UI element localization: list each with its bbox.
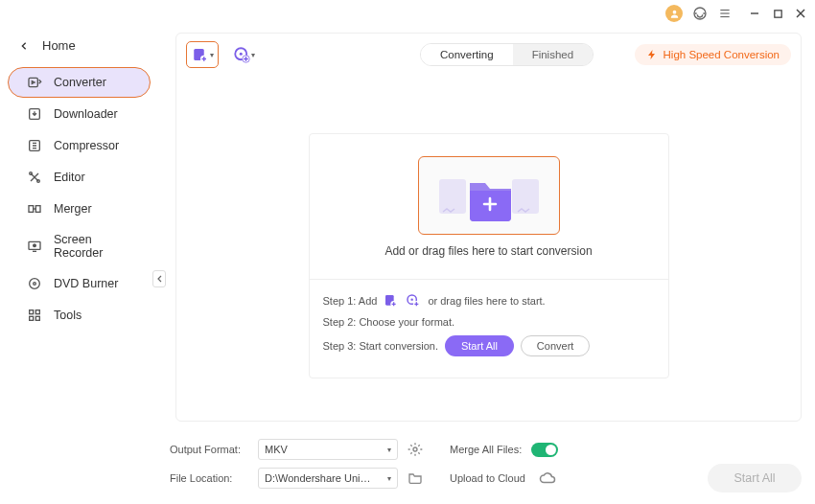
svg-point-27 bbox=[239, 53, 242, 56]
sidebar-item-merger[interactable]: Merger bbox=[8, 194, 151, 224]
maximize-button[interactable] bbox=[771, 7, 784, 20]
sidebar-item-label: Editor bbox=[54, 171, 85, 184]
merger-icon bbox=[27, 201, 42, 217]
sidebar-item-converter[interactable]: Converter bbox=[8, 67, 151, 98]
chevron-down-icon: ▾ bbox=[251, 51, 255, 59]
sidebar-item-label: Downloader bbox=[54, 107, 118, 121]
sidebar-item-editor[interactable]: Editor bbox=[8, 162, 151, 193]
sidebar-item-label: Compressor bbox=[54, 139, 119, 152]
settings-icon[interactable] bbox=[408, 442, 423, 457]
svg-point-0 bbox=[672, 10, 676, 13]
file-location-select[interactable]: D:\Wondershare UniConverter 1 ▾ bbox=[258, 468, 398, 489]
step-2: Step 2: Choose your format. bbox=[323, 316, 655, 328]
sidebar-item-downloader[interactable]: Downloader bbox=[8, 99, 151, 129]
add-folder-box[interactable] bbox=[418, 156, 560, 235]
output-format-select[interactable]: MKV ▾ bbox=[258, 439, 398, 460]
converter-panel: ▾ ▾ Converting Finished High Speed Conve… bbox=[175, 33, 802, 422]
chevron-down-icon: ▾ bbox=[387, 446, 391, 454]
svg-point-36 bbox=[413, 447, 417, 451]
start-all-button[interactable]: Start All bbox=[708, 464, 802, 493]
bolt-icon bbox=[646, 49, 658, 60]
drop-text: Add or drag files here to start conversi… bbox=[384, 244, 592, 258]
svg-point-19 bbox=[34, 283, 36, 286]
sidebar-item-label: Merger bbox=[54, 202, 92, 216]
minimize-button[interactable] bbox=[748, 7, 761, 20]
svg-rect-21 bbox=[35, 310, 39, 314]
svg-point-17 bbox=[34, 244, 36, 247]
high-speed-badge[interactable]: High Speed Conversion bbox=[635, 44, 791, 65]
avatar-icon[interactable] bbox=[665, 5, 683, 22]
support-icon[interactable] bbox=[692, 6, 708, 21]
editor-icon bbox=[27, 170, 42, 185]
add-disc-button[interactable]: ▾ bbox=[230, 41, 257, 68]
dvd-burner-icon bbox=[27, 276, 42, 291]
sidebar-item-label: Converter bbox=[54, 76, 106, 89]
high-speed-label: High Speed Conversion bbox=[664, 49, 780, 60]
sidebar: Home Converter Downloader Compressor Edi… bbox=[0, 27, 158, 504]
screen-recorder-icon bbox=[27, 239, 42, 254]
start-all-pill[interactable]: Start All bbox=[445, 335, 514, 356]
menu-icon[interactable] bbox=[717, 6, 733, 21]
home-row[interactable]: Home bbox=[0, 33, 158, 66]
svg-rect-30 bbox=[512, 179, 539, 214]
home-label: Home bbox=[42, 38, 76, 53]
titlebar bbox=[0, 0, 815, 27]
converter-icon bbox=[27, 75, 42, 90]
sidebar-item-label: Screen Recorder bbox=[54, 233, 131, 260]
svg-rect-20 bbox=[30, 310, 34, 314]
drop-card: Add or drag files here to start conversi… bbox=[309, 133, 669, 378]
merge-all-label: Merge All Files: bbox=[450, 444, 522, 455]
upload-cloud-label: Upload to Cloud bbox=[450, 472, 525, 484]
step-1: Step 1: Add or drag files here to start. bbox=[323, 293, 655, 309]
downloader-icon bbox=[27, 106, 42, 122]
step-3: Step 3: Start conversion. Start All Conv… bbox=[323, 335, 655, 356]
cloud-icon[interactable] bbox=[539, 470, 554, 486]
svg-rect-29 bbox=[439, 179, 466, 214]
sidebar-item-tools[interactable]: Tools bbox=[8, 300, 151, 331]
drop-zone[interactable]: Add or drag files here to start conversi… bbox=[310, 134, 668, 280]
main-area: ▾ ▾ Converting Finished High Speed Conve… bbox=[158, 27, 815, 504]
sidebar-item-screen-recorder[interactable]: Screen Recorder bbox=[8, 225, 151, 267]
sidebar-item-label: DVD Burner bbox=[54, 277, 118, 290]
svg-rect-6 bbox=[774, 10, 780, 16]
svg-rect-14 bbox=[29, 206, 34, 213]
chevron-down-icon: ▾ bbox=[387, 474, 391, 483]
footer: Output Format: MKV ▾ Merge All Files: Fi… bbox=[170, 439, 802, 496]
svg-point-18 bbox=[30, 279, 40, 289]
file-location-label: File Location: bbox=[170, 472, 248, 484]
back-arrow-icon[interactable] bbox=[19, 41, 29, 51]
tab-converting[interactable]: Converting bbox=[421, 44, 513, 65]
compressor-icon bbox=[27, 138, 42, 153]
add-file-button[interactable]: ▾ bbox=[186, 41, 219, 68]
folder-icon[interactable] bbox=[408, 470, 423, 486]
merge-all-toggle[interactable] bbox=[531, 443, 558, 457]
svg-point-34 bbox=[411, 298, 413, 300]
output-format-label: Output Format: bbox=[170, 444, 248, 455]
svg-rect-22 bbox=[30, 316, 34, 320]
close-button[interactable] bbox=[794, 7, 807, 20]
svg-rect-23 bbox=[35, 316, 39, 320]
disc-plus-icon bbox=[406, 293, 421, 309]
panel-toolbar: ▾ ▾ Converting Finished High Speed Conve… bbox=[176, 34, 801, 76]
sidebar-item-compressor[interactable]: Compressor bbox=[8, 130, 151, 161]
file-plus-icon bbox=[384, 293, 399, 309]
chevron-down-icon: ▾ bbox=[210, 51, 214, 59]
convert-pill[interactable]: Convert bbox=[521, 335, 591, 356]
tools-icon bbox=[27, 308, 42, 323]
drop-steps: Step 1: Add or drag files here to start.… bbox=[310, 280, 668, 378]
svg-rect-15 bbox=[35, 206, 40, 213]
tab-switch: Converting Finished bbox=[420, 43, 594, 66]
tab-finished[interactable]: Finished bbox=[513, 44, 593, 65]
sidebar-item-dvd-burner[interactable]: DVD Burner bbox=[8, 268, 151, 299]
sidebar-item-label: Tools bbox=[54, 309, 82, 322]
